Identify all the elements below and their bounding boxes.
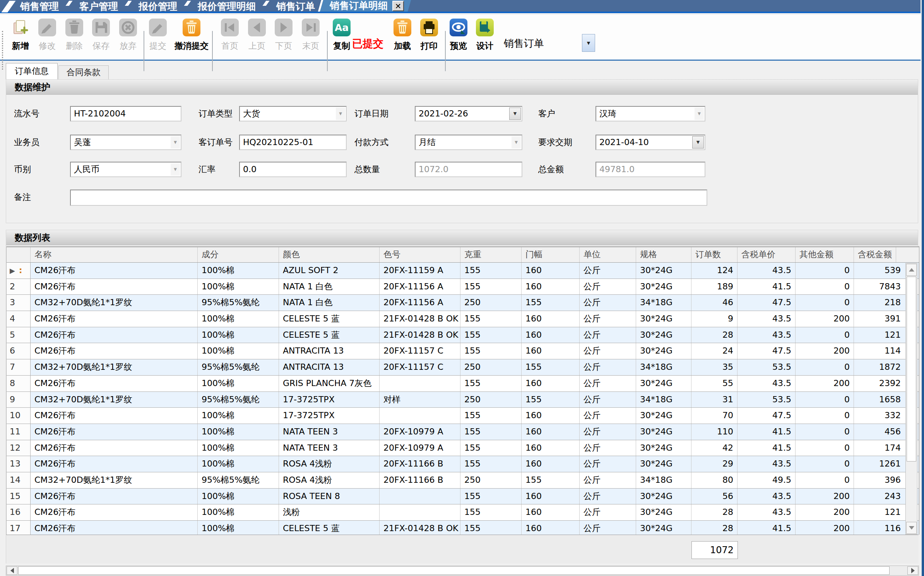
column-header-10[interactable]: 其他金额 bbox=[796, 247, 854, 262]
table-cell[interactable]: 95%棉5%氨纶 bbox=[198, 295, 279, 311]
table-cell[interactable]: 34*18G bbox=[636, 295, 691, 311]
table-cell[interactable]: 160 bbox=[522, 456, 580, 472]
table-cell[interactable]: 200 bbox=[796, 521, 854, 535]
table-cell[interactable]: 200 bbox=[796, 504, 854, 520]
page-tab-1[interactable]: 合同条款 bbox=[58, 65, 109, 79]
table-cell[interactable]: 31 bbox=[691, 392, 737, 408]
table-cell[interactable]: 0 bbox=[796, 472, 854, 488]
table-cell[interactable]: 155 bbox=[522, 295, 580, 311]
table-cell[interactable]: 公斤 bbox=[580, 489, 636, 504]
table-cell[interactable]: CM26汗布 bbox=[31, 376, 198, 391]
table-cell[interactable]: 0 bbox=[796, 440, 854, 456]
table-cell[interactable]: 43.5 bbox=[737, 456, 796, 472]
table-cell[interactable]: 56 bbox=[691, 489, 737, 504]
table-cell[interactable]: CELESTE 5 蓝 bbox=[279, 521, 380, 535]
vertical-scroll-thumb[interactable] bbox=[907, 277, 916, 461]
table-cell[interactable]: 公斤 bbox=[580, 327, 636, 343]
table-cell[interactable]: 155 bbox=[460, 327, 522, 343]
table-cell[interactable]: 公斤 bbox=[580, 456, 636, 472]
table-cell[interactable]: 43.5 bbox=[737, 504, 796, 520]
table-cell[interactable]: 43.5 bbox=[737, 489, 796, 504]
table-cell[interactable]: CM26汗布 bbox=[31, 311, 198, 327]
table-cell[interactable]: 53.5 bbox=[737, 359, 796, 375]
table-cell[interactable]: 34*18G bbox=[636, 472, 691, 488]
table-cell[interactable]: 160 bbox=[522, 504, 580, 520]
table-cell[interactable]: 55 bbox=[691, 376, 737, 391]
table-cell[interactable]: 20FX-11166 B bbox=[380, 456, 460, 472]
table-cell[interactable]: 公斤 bbox=[580, 504, 636, 520]
combo-field[interactable]: 吴蓬 bbox=[70, 135, 181, 150]
table-cell[interactable]: 49.5 bbox=[737, 472, 796, 488]
table-row[interactable]: 4CM26汗布100%棉CELESTE 5 蓝21FX-01428 B OK15… bbox=[7, 311, 919, 327]
table-cell[interactable]: 43.5 bbox=[737, 376, 796, 391]
table-cell[interactable]: GRIS PLANCHA 7灰色 bbox=[279, 376, 380, 391]
chevron-down-icon[interactable] bbox=[695, 108, 704, 120]
table-cell[interactable]: 29 bbox=[691, 456, 737, 472]
table-cell[interactable]: 155 bbox=[460, 343, 522, 359]
table-cell[interactable]: NATA 1 白色 bbox=[279, 279, 380, 295]
table-cell[interactable]: 53.5 bbox=[737, 392, 796, 408]
column-header-2[interactable]: 颜色 bbox=[279, 247, 380, 262]
table-cell[interactable]: 0 bbox=[796, 295, 854, 311]
column-header-7[interactable]: 规格 bbox=[636, 247, 691, 262]
table-cell[interactable] bbox=[380, 376, 460, 391]
combo-field[interactable]: 月结 bbox=[415, 135, 522, 150]
scroll-right-button[interactable] bbox=[907, 566, 918, 575]
table-cell[interactable]: 100%棉 bbox=[198, 327, 279, 343]
table-cell[interactable]: 28 bbox=[691, 521, 737, 535]
table-cell[interactable]: 155 bbox=[460, 311, 522, 327]
table-cell[interactable]: 200 bbox=[796, 489, 854, 504]
table-cell[interactable]: ROSA TEEN 8 bbox=[279, 489, 380, 504]
table-cell[interactable]: 41.5 bbox=[737, 440, 796, 456]
table-cell[interactable]: 30*24G bbox=[636, 408, 691, 424]
table-cell[interactable]: 250 bbox=[460, 359, 522, 375]
table-cell[interactable]: 0 bbox=[796, 279, 854, 295]
table-cell[interactable]: CM32+70D氨纶1*1罗纹 bbox=[31, 359, 198, 375]
table-cell[interactable]: 34*18G bbox=[636, 392, 691, 408]
table-cell[interactable]: 155 bbox=[460, 456, 522, 472]
table-cell[interactable]: CM26汗布 bbox=[31, 263, 198, 279]
table-cell[interactable]: 28 bbox=[691, 327, 737, 343]
table-cell[interactable]: 100%棉 bbox=[198, 504, 279, 520]
table-row[interactable]: 14CM32+70D氨纶1*1罗纹95%棉5%氨纶ROSA 4浅粉20FX-11… bbox=[7, 472, 919, 489]
table-cell[interactable]: 30*24G bbox=[636, 456, 691, 472]
table-cell[interactable]: 公斤 bbox=[580, 440, 636, 456]
table-cell[interactable]: 30*24G bbox=[636, 521, 691, 535]
table-cell[interactable]: 200 bbox=[796, 343, 854, 359]
toolbar-button-new-document[interactable]: 新增 bbox=[5, 19, 36, 52]
table-cell[interactable]: 100%棉 bbox=[198, 263, 279, 279]
remark-field[interactable] bbox=[70, 190, 707, 206]
close-tab-icon[interactable]: ✕ bbox=[392, 1, 404, 11]
table-cell[interactable]: ANTRACITA 13 bbox=[279, 359, 380, 375]
table-row[interactable]: 3CM32+70D氨纶1*1罗纹95%棉5%氨纶NATA 1 白色20FX-11… bbox=[7, 295, 919, 311]
table-cell[interactable]: 100%棉 bbox=[198, 343, 279, 359]
table-cell[interactable]: 155 bbox=[460, 424, 522, 440]
table-cell[interactable]: 0 bbox=[796, 327, 854, 343]
window-tab-3[interactable]: 报价管理明细 bbox=[195, 0, 258, 12]
scroll-down-button[interactable] bbox=[906, 522, 917, 534]
table-cell[interactable]: CELESTE 5 蓝 bbox=[279, 327, 380, 343]
table-cell[interactable]: 浅粉 bbox=[279, 504, 380, 520]
table-cell[interactable]: 160 bbox=[522, 279, 580, 295]
table-cell[interactable]: 160 bbox=[522, 263, 580, 279]
table-cell[interactable]: 17-3725TPX bbox=[279, 392, 380, 408]
column-header-6[interactable]: 单位 bbox=[580, 247, 636, 262]
chevron-down-icon[interactable] bbox=[509, 108, 521, 120]
table-cell[interactable]: 20FX-11157 C bbox=[380, 359, 460, 375]
table-cell[interactable]: NATA TEEN 3 bbox=[279, 424, 380, 440]
table-cell[interactable]: CM26汗布 bbox=[31, 440, 198, 456]
table-cell[interactable]: 155 bbox=[522, 472, 580, 488]
window-tab-5-active[interactable]: 销售订单明细✕ bbox=[320, 0, 409, 12]
table-cell[interactable]: 160 bbox=[522, 311, 580, 327]
text-field[interactable]: HT-2102004 bbox=[70, 106, 181, 121]
column-header-9[interactable]: 含税单价 bbox=[737, 247, 796, 262]
table-cell[interactable]: CM32+70D氨纶1*1罗纹 bbox=[31, 295, 198, 311]
table-cell[interactable]: 70 bbox=[691, 408, 737, 424]
table-cell[interactable]: 124 bbox=[691, 263, 737, 279]
table-cell[interactable]: 公斤 bbox=[580, 392, 636, 408]
table-cell[interactable] bbox=[380, 408, 460, 424]
toolbar-button-design[interactable]: 设计 bbox=[469, 19, 500, 52]
table-cell[interactable]: 20FX-11156 A bbox=[380, 279, 460, 295]
table-cell[interactable]: 41.5 bbox=[737, 521, 796, 535]
table-cell[interactable]: 47.5 bbox=[737, 408, 796, 424]
